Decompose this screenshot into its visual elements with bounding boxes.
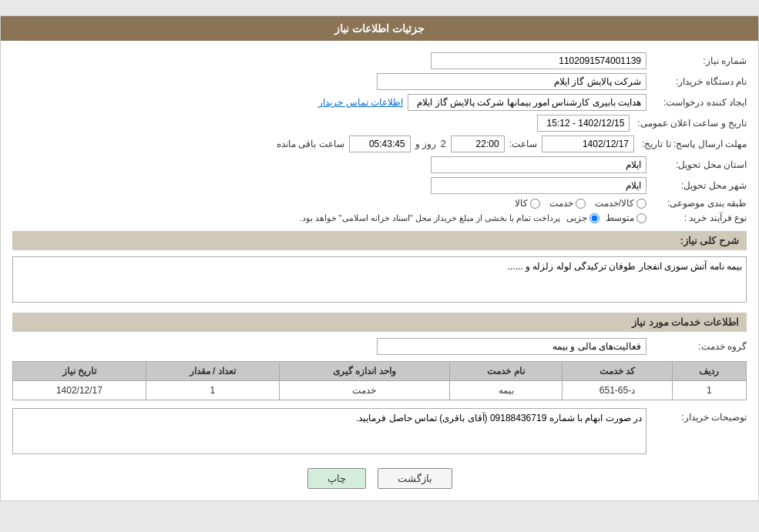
col-date-header: تاریخ نیاز (13, 362, 146, 381)
city-value (12, 177, 646, 194)
col-unit-header: واحد اندازه گیری (279, 362, 449, 381)
reply-deadline-label: مهلت ارسال پاسخ: تا تاریخ: (634, 139, 747, 149)
col-code-header: کد خدمت (563, 362, 672, 381)
announce-datetime-input[interactable] (537, 115, 630, 132)
reply-days-label: روز و (415, 139, 436, 149)
announce-datetime-value (12, 115, 630, 132)
buyer-org-row: نام دستگاه خریدار: (12, 73, 747, 90)
radio-motavasset-text: متوسط (606, 212, 634, 223)
main-content: شماره نیاز: نام دستگاه خریدار: ایجاد کنن… (1, 41, 758, 500)
purchase-type-row: نوع فرآیند خرید : متوسط جزیی پرداخت تمام… (12, 212, 747, 223)
buyer-notes-label: توضیحات خریدار: (646, 408, 747, 423)
category-row: طبقه بندی موضوعی: کالا/خدمت خدمت کالا (12, 198, 747, 209)
need-number-value (12, 52, 646, 69)
reply-deadline-row: مهلت ارسال پاسخ: تا تاریخ: ساعت: 2 روز و… (12, 136, 747, 152)
services-table: ردیف کد خدمت نام خدمت واحد اندازه گیری ت… (12, 361, 747, 400)
buyer-org-label: نام دستگاه خریدار: (646, 76, 747, 87)
category-label: طبقه بندی موضوعی: (646, 198, 747, 209)
buyer-org-value (12, 73, 646, 90)
service-group-value (12, 338, 646, 355)
need-description-section-title: شرح کلی نیاز: (12, 231, 747, 250)
buyer-notes-textarea[interactable] (12, 408, 646, 454)
announce-datetime-row: تاریخ و ساعت اعلان عمومی: (12, 115, 747, 132)
announce-datetime-label: تاریخ و ساعت اعلان عمومی: (630, 118, 747, 129)
service-group-label: گروه خدمت: (646, 341, 747, 352)
services-section-title: اطلاعات خدمات مورد نیاز (12, 313, 747, 332)
province-value (12, 156, 646, 173)
city-input[interactable] (431, 177, 646, 194)
creator-value: اطلاعات تماس خریدار (12, 94, 646, 111)
print-button[interactable]: چاپ (307, 468, 366, 489)
radio-kala[interactable] (530, 199, 540, 209)
service-group-input[interactable] (377, 338, 646, 355)
table-cell-count: 1 (146, 381, 279, 400)
col-row-header: ردیف (672, 362, 746, 381)
radio-khadamat-label[interactable]: خدمت (549, 198, 586, 209)
table-row: 1د-65-651بیمهخدمت11402/12/17 (13, 381, 747, 400)
radio-khadamat-text: خدمت (549, 198, 573, 209)
contact-info-link[interactable]: اطلاعات تماس خریدار (318, 97, 403, 108)
purchase-note: پرداخت تمام یا بخشی از مبلغ خریداز محل "… (299, 213, 560, 223)
radio-kala-khadamat-label[interactable]: کالا/خدمت (595, 198, 646, 209)
page-header: جزئیات اطلاعات نیاز (1, 16, 758, 41)
reply-countdown-input[interactable] (349, 136, 411, 152)
city-label: شهر محل تحویل: (646, 180, 747, 191)
table-cell-code: د-65-651 (563, 381, 672, 400)
radio-motavasset[interactable] (636, 213, 646, 223)
col-count-header: تعداد / مقدار (146, 362, 279, 381)
city-row: شهر محل تحویل: (12, 177, 747, 194)
buyer-notes-row: توضیحات خریدار: (12, 408, 747, 457)
col-name-header: نام خدمت (449, 362, 563, 381)
table-cell-row: 1 (672, 381, 746, 400)
reply-deadline-value: ساعت: 2 روز و ساعت باقی مانده (12, 136, 634, 152)
need-number-row: شماره نیاز: (12, 52, 747, 69)
reply-time-input[interactable] (451, 136, 505, 152)
creator-row: ایجاد کننده درخواست: اطلاعات تماس خریدار (12, 94, 747, 111)
radio-jozi-label[interactable]: جزیی (566, 212, 599, 223)
need-description-textarea[interactable] (12, 256, 747, 303)
purchase-type-label: نوع فرآیند خرید : (646, 212, 747, 223)
purchase-type-content: متوسط جزیی پرداخت تمام یا بخشی از مبلغ خ… (12, 212, 646, 223)
creator-label: ایجاد کننده درخواست: (646, 97, 747, 108)
radio-kala-text: کالا (515, 198, 528, 209)
back-button[interactable]: بازگشت (378, 468, 452, 489)
buyer-org-input[interactable] (377, 73, 646, 90)
table-cell-date: 1402/12/17 (13, 381, 146, 400)
reply-remaining-label: ساعت باقی مانده (277, 139, 344, 149)
province-label: استان محل تحویل: (646, 159, 747, 170)
category-radios: کالا/خدمت خدمت کالا (12, 198, 646, 209)
service-group-row: گروه خدمت: (12, 338, 747, 355)
radio-jozi-text: جزیی (566, 212, 587, 223)
reply-date-input[interactable] (542, 136, 634, 152)
radio-kala-label[interactable]: کالا (515, 198, 540, 209)
table-cell-name: بیمه (449, 381, 563, 400)
creator-input[interactable] (408, 94, 646, 111)
need-number-label: شماره نیاز: (646, 55, 747, 66)
province-row: استان محل تحویل: (12, 156, 747, 173)
reply-days-value: 2 (441, 139, 446, 149)
buyer-notes-value (12, 408, 646, 457)
radio-khadamat[interactable] (576, 199, 586, 209)
radio-motavasset-label[interactable]: متوسط (606, 212, 646, 223)
need-description-area (12, 256, 747, 305)
buttons-row: بازگشت چاپ (12, 468, 747, 489)
reply-time-label: ساعت: (509, 139, 537, 149)
radio-kala-khadamat-text: کالا/خدمت (595, 198, 634, 209)
province-input[interactable] (431, 156, 646, 173)
radio-jozi[interactable] (589, 213, 599, 223)
need-number-input[interactable] (431, 52, 646, 69)
page-title: جزئیات اطلاعات نیاز (334, 22, 425, 35)
page-wrapper: جزئیات اطلاعات نیاز شماره نیاز: نام دستگ… (0, 15, 759, 501)
radio-kala-khadamat[interactable] (636, 199, 646, 209)
table-cell-unit: خدمت (279, 381, 449, 400)
